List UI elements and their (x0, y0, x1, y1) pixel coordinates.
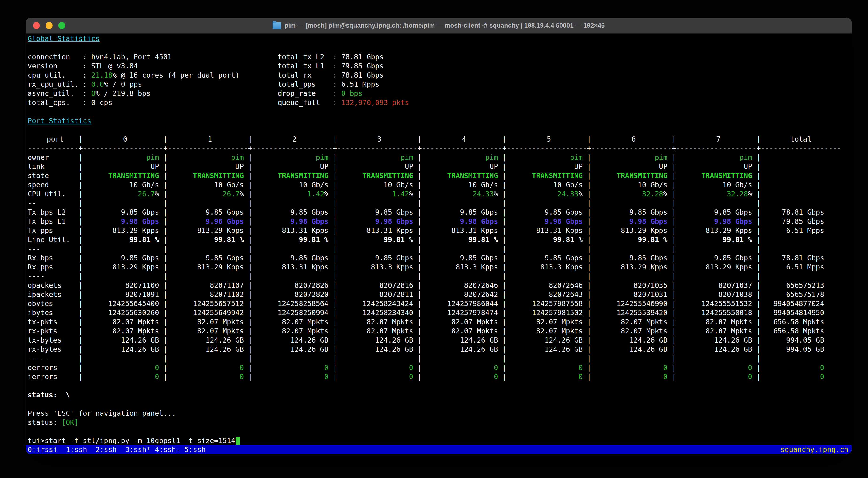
cell-total (761, 244, 841, 253)
column-header-total: total (761, 135, 841, 144)
row-label: rx-pkts| (28, 327, 83, 336)
cell-port-1: 26.7% | (167, 189, 252, 199)
cell-port-4: 0 | (422, 363, 506, 372)
cell-port-3: 99.81 % | (337, 235, 422, 244)
port-row-----: ----||||||||| (28, 272, 851, 281)
cell-port-0: 82071100 | (83, 281, 167, 290)
row-label: rx-bytes| (28, 345, 83, 354)
status-ok-line: status: [OK] (28, 418, 851, 427)
cell-port-1: 9.98 Gbps | (167, 217, 252, 226)
cell-port-2: 10 Gb/s | (252, 180, 337, 189)
cell-port-5: 9.85 Gbps | (506, 253, 591, 263)
cell-port-2: 9.85 Gbps | (252, 208, 337, 217)
row-label: Line Util.| (28, 235, 83, 244)
cell-port-0: TRANSMITTING | (83, 171, 167, 180)
cell-port-1: 10 Gb/s | (167, 180, 252, 189)
cell-port-6: 32.28% | (591, 189, 676, 199)
cell-port-6: 124.26 GB | (591, 345, 676, 354)
cell-port-6: | (591, 354, 676, 363)
cell-port-3: pim | (337, 153, 422, 162)
terminal-screen[interactable]: Global Statisticsconnection: hvn4.lab, P… (26, 34, 851, 445)
cell-port-7: 82071038 | (676, 290, 761, 299)
cell-port-4: 9.85 Gbps | (422, 208, 506, 217)
folder-icon (273, 23, 281, 29)
cell-port-6: 82.07 Mpkts | (591, 327, 676, 336)
blank-line (28, 400, 851, 409)
cell-port-2: 124.26 GB | (252, 336, 337, 345)
cell-port-6: | (591, 244, 676, 253)
close-button[interactable] (33, 22, 40, 29)
cell-total: 78.81 Gbps (761, 208, 841, 217)
cell-port-1: 124255649942 | (167, 308, 252, 317)
zoom-button[interactable] (58, 22, 65, 29)
cell-port-1: | (167, 199, 252, 208)
cell-port-3: 9.98 Gbps | (337, 217, 422, 226)
cell-port-7: 813.29 Kpps | (676, 263, 761, 272)
terminal-window: pim — [mosh] pim@squanchy.ipng.ch: /home… (26, 18, 851, 454)
cell-port-7: 82071037 | (676, 281, 761, 290)
cell-port-1: 99.81 % | (167, 235, 252, 244)
cell-port-3: 10 Gb/s | (337, 180, 422, 189)
cell-total: 6.51 Mpps (761, 226, 841, 235)
port-row-Txpps: Tx pps|813.29 Kpps |813.29 Kpps |813.31 … (28, 226, 851, 235)
cell-total: 79.85 Gbps (761, 217, 841, 226)
cell-port-7: 82.07 Mpkts | (676, 317, 761, 327)
row-label: oerrors| (28, 363, 83, 372)
row-label: CPU util.| (28, 189, 83, 199)
cell-port-3: | (337, 272, 422, 281)
cell-port-0: 124.26 GB | (83, 345, 167, 354)
cell-total: 656575178 (761, 290, 841, 299)
row-label: Tx bps L1| (28, 217, 83, 226)
cell-total: 0 (761, 363, 841, 372)
cell-port-4: | (422, 244, 506, 253)
cell-port-7: 124.26 GB | (676, 336, 761, 345)
global-stat-right-total_tx_L1: total_tx_L1: 79.85 Gbps (278, 61, 384, 71)
cell-port-6: UP | (591, 162, 676, 171)
row-label: --| (28, 199, 83, 208)
cell-port-5: 24.33% | (506, 189, 591, 199)
cell-port-0: 99.81 % | (83, 235, 167, 244)
cell-port-4: TRANSMITTING | (422, 171, 506, 180)
port-row-state: state|TRANSMITTING |TRANSMITTING |TRANSM… (28, 171, 851, 180)
cell-port-5: 124.26 GB | (506, 345, 591, 354)
global-stat-right-queue_full: queue_full: 132,970,093 pkts (278, 98, 409, 107)
cell-port-3: 124258243424 | (337, 299, 422, 308)
cell-port-3: 813.31 Kpps | (337, 226, 422, 235)
cell-port-0: pim | (83, 153, 167, 162)
cell-port-2: 82072820 | (252, 290, 337, 299)
cell-total (761, 162, 841, 171)
cell-port-1: TRANSMITTING | (167, 171, 252, 180)
cell-port-0: 124255630260 | (83, 308, 167, 317)
cell-port-0: 124255645400 | (83, 299, 167, 308)
cell-port-5: 99.81 % | (506, 235, 591, 244)
cell-port-3: 9.85 Gbps | (337, 253, 422, 263)
cell-port-6: 82071035 | (591, 281, 676, 290)
port-row----: ---||||||||| (28, 244, 851, 253)
cell-port-0: | (83, 354, 167, 363)
column-header-0: 0| (83, 135, 167, 144)
global-stat-right-total_tx_L2: total_tx_L2: 78.81 Gbps (278, 52, 384, 61)
window-title-text: pim — [mosh] pim@squanchy.ipng.ch: /home… (284, 22, 604, 29)
cell-port-1: | (167, 272, 252, 281)
cell-port-2: 0 | (252, 372, 337, 381)
window-title: pim — [mosh] pim@squanchy.ipng.ch: /home… (273, 22, 604, 29)
cell-port-6: 82.07 Mpkts | (591, 317, 676, 327)
cell-port-5: 124257981502 | (506, 308, 591, 317)
cell-port-4: 82.07 Mpkts | (422, 317, 506, 327)
cell-port-7: TRANSMITTING | (676, 171, 761, 180)
cell-port-0: 0 | (83, 372, 167, 381)
minimize-button[interactable] (45, 22, 53, 29)
cell-port-6: 124255539420 | (591, 308, 676, 317)
cell-port-1: 82071102 | (167, 290, 252, 299)
global-stat-row-version: version: STL @ v3.04total_tx_L1: 79.85 G… (28, 61, 851, 71)
screen-statusbar: 0:irssi 1:ssh 2:ssh 3:ssh* 4:ssh- 5:ssh … (26, 445, 851, 454)
blank-line (28, 43, 851, 52)
port-table-header: port|0|1|2|3|4|5|6|7|total (28, 135, 851, 144)
row-label: ierrors| (28, 372, 83, 381)
cell-port-7: 0 | (676, 363, 761, 372)
cell-port-3: 124258234340 | (337, 308, 422, 317)
cell-port-7: 99.81 % | (676, 235, 761, 244)
cell-port-7: | (676, 199, 761, 208)
screen-hostname: squanchy.ipng.ch (780, 445, 848, 454)
cell-port-4: | (422, 272, 506, 281)
